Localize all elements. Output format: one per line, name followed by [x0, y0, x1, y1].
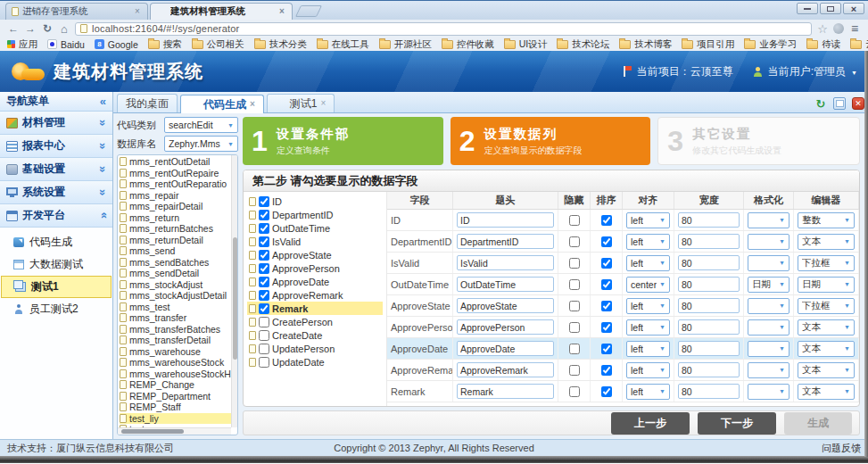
sort-checkbox[interactable] — [601, 386, 612, 397]
tab-codegen[interactable]: 代码生成 — [180, 95, 264, 113]
align-select[interactable]: left — [626, 384, 670, 400]
table-list-item[interactable]: mms_warehouseStock — [120, 357, 236, 369]
field-checkbox[interactable] — [259, 290, 269, 301]
bookmark-folder[interactable]: 公司相关 — [192, 38, 244, 51]
bookmark-apps[interactable]: 应用 — [7, 38, 37, 51]
field-checkbox[interactable] — [259, 303, 269, 314]
bookmark-folder[interactable]: 在线工具 — [317, 38, 369, 51]
align-select[interactable]: left — [626, 234, 670, 250]
bookmark-baidu[interactable]: Baidu — [47, 39, 85, 50]
format-select[interactable] — [748, 384, 789, 400]
field-check-item[interactable]: ApprovePerson — [247, 261, 383, 275]
table-list-item[interactable]: mms_stockAdjustDetail — [120, 290, 236, 302]
field-check-item[interactable]: CreatePerson — [247, 315, 383, 328]
bookmark-folder[interactable]: 待读 — [806, 38, 840, 51]
tab-close-icon[interactable] — [277, 7, 286, 16]
editor-select[interactable]: 文本 — [798, 319, 855, 336]
field-check-item[interactable]: DepartmentID — [247, 208, 383, 221]
wizard-step-1[interactable]: 1 设置条件部 定义查询条件 — [243, 117, 443, 165]
config-row[interactable]: ID left 整数 — [387, 210, 859, 231]
bookmark-folder[interactable]: 开源社区 — [379, 38, 432, 51]
config-row[interactable]: OutDateTime center 日期 日期 — [387, 274, 859, 295]
table-list-item[interactable]: mms_warehouseStockH — [120, 369, 236, 380]
editor-select[interactable]: 文本 — [798, 384, 855, 400]
bookmark-folder[interactable]: 业务学习 — [744, 38, 797, 51]
sort-checkbox[interactable] — [601, 365, 612, 376]
generate-button[interactable]: 生成 — [784, 412, 852, 435]
field-checkbox[interactable] — [259, 196, 269, 207]
align-select[interactable]: left — [626, 319, 670, 336]
table-list-item[interactable]: mms_send — [120, 245, 236, 257]
maximize-icon[interactable] — [833, 97, 846, 110]
hide-checkbox[interactable] — [569, 215, 580, 226]
sort-checkbox[interactable] — [601, 322, 612, 333]
home-icon[interactable] — [58, 23, 70, 35]
table-list-item[interactable]: mms_rentOutRepaire — [120, 168, 236, 179]
align-select[interactable]: center — [626, 277, 670, 293]
config-row[interactable]: IsValid left 下拉框 — [387, 253, 859, 274]
align-select[interactable]: left — [626, 298, 670, 314]
header-input[interactable] — [457, 298, 554, 313]
field-checkbox[interactable] — [259, 223, 269, 234]
bookmark-folder[interactable]: 云 — [850, 38, 868, 51]
field-check-item[interactable]: ApproveState — [247, 248, 383, 261]
table-list-item[interactable]: mms_repair — [120, 190, 236, 202]
align-select[interactable]: left — [626, 255, 670, 271]
table-list-item[interactable]: REMP_Staff — [120, 402, 236, 413]
field-checkbox[interactable] — [259, 277, 269, 287]
sidebar-section[interactable]: 材料管理 — [0, 112, 112, 135]
field-checkbox[interactable] — [259, 250, 269, 261]
width-input[interactable] — [678, 234, 740, 249]
editor-select[interactable]: 日期 — [798, 277, 855, 293]
table-list-item[interactable]: mms_returnDetail — [120, 235, 236, 246]
width-input[interactable] — [678, 341, 740, 356]
database-select[interactable]: Zephyr.Mms — [164, 136, 238, 152]
field-check-item[interactable]: ApproveDate — [247, 275, 383, 288]
sort-checkbox[interactable] — [601, 236, 612, 247]
header-input[interactable] — [457, 212, 554, 228]
align-select[interactable]: left — [626, 212, 670, 228]
sort-checkbox[interactable] — [601, 258, 612, 269]
format-select[interactable]: 日期 — [748, 277, 789, 293]
code-type-select[interactable]: searchEdit — [164, 117, 238, 133]
current-user-menu[interactable]: 当前用户:管理员 — [753, 64, 857, 79]
browser-tab-materials[interactable]: 建筑材料管理系统 — [150, 3, 293, 20]
field-check-item[interactable]: Remark — [247, 302, 383, 315]
wizard-step-2[interactable]: 2 设置数据列 定义查询显示的数据字段 — [451, 117, 651, 165]
hide-checkbox[interactable] — [569, 279, 580, 290]
editor-select[interactable]: 文本 — [798, 362, 855, 378]
close-panel-icon[interactable] — [852, 97, 864, 110]
bookmark-folder[interactable]: 技术博客 — [619, 38, 672, 51]
restore-button[interactable] — [820, 3, 841, 14]
editor-select[interactable]: 文本 — [798, 234, 855, 250]
field-checkbox[interactable] — [259, 330, 269, 341]
address-bar[interactable]: localhost:21604/#!/sys/generator — [75, 22, 812, 36]
feedback-link[interactable]: 问题反馈 — [822, 442, 861, 455]
table-list-item[interactable]: mms_returnBatches — [120, 223, 236, 235]
sort-checkbox[interactable] — [601, 301, 612, 311]
table-list-item[interactable]: mms_test — [120, 302, 236, 313]
field-checkbox[interactable] — [259, 210, 269, 220]
field-check-item[interactable]: OutDateTime — [247, 221, 383, 235]
hide-checkbox[interactable] — [569, 386, 580, 397]
collapse-icon[interactable] — [100, 95, 106, 108]
prev-step-button[interactable]: 上一步 — [611, 412, 690, 435]
bookmark-folder[interactable]: UI设计 — [504, 38, 548, 51]
field-checkbox[interactable] — [259, 236, 269, 247]
refresh-icon[interactable] — [814, 97, 827, 110]
hide-checkbox[interactable] — [569, 301, 580, 311]
header-input[interactable] — [457, 341, 554, 356]
width-input[interactable] — [678, 298, 740, 313]
format-select[interactable] — [748, 234, 789, 250]
field-check-item[interactable]: UpdatePerson — [247, 342, 383, 355]
globe-icon[interactable] — [833, 23, 844, 34]
table-list-item[interactable]: mms_sendDetail — [120, 268, 236, 279]
table-list-item[interactable]: mms_sendBatches — [120, 257, 236, 269]
close-tab-icon[interactable] — [321, 99, 327, 108]
config-row[interactable]: DepartmentID left 文本 — [387, 231, 859, 253]
field-check-item[interactable]: ApproveRemark — [247, 288, 383, 302]
bookmark-folder[interactable]: 项目引用 — [682, 38, 734, 51]
field-check-item[interactable]: CreateDate — [247, 328, 383, 342]
field-checkbox[interactable] — [259, 344, 269, 354]
tab-my-desktop[interactable]: 我的桌面 — [117, 94, 178, 112]
